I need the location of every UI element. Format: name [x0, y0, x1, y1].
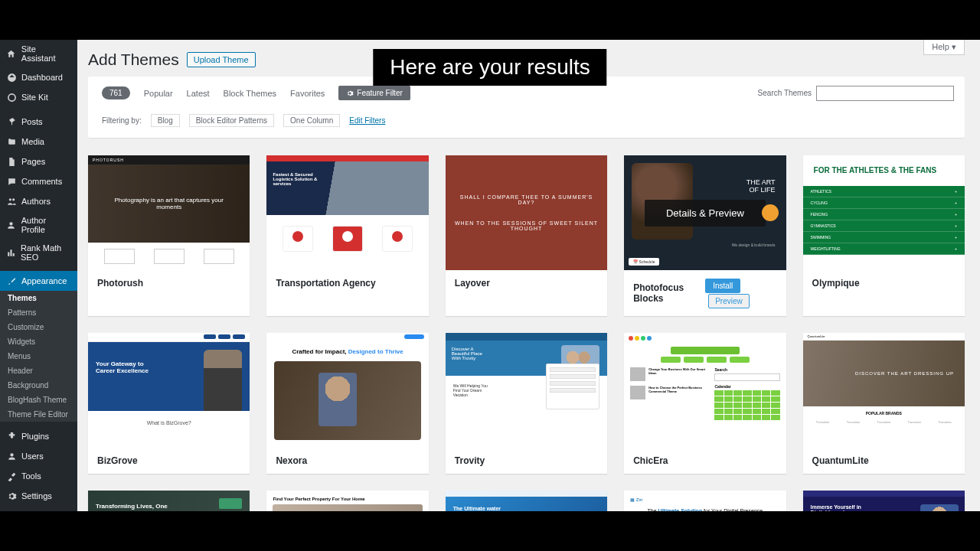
- details-preview-button[interactable]: Details & Preview: [645, 200, 766, 227]
- theme-card-partial-4[interactable]: ▦ Ziri The Ultimate Solution for Your Di…: [624, 491, 786, 511]
- active-filters-row: Filtering by: Blog Block Editor Patterns…: [88, 106, 965, 139]
- page-icon: [6, 156, 17, 167]
- brush-icon: [6, 276, 17, 286]
- nav-label: Settings: [21, 491, 52, 500]
- theme-card-photorush[interactable]: PHOTORUSH Photography is an art that cap…: [88, 155, 250, 316]
- result-count: 761: [102, 86, 130, 99]
- edit-filters-link[interactable]: Edit Filters: [349, 116, 385, 125]
- nav-site-assistant[interactable]: Site Assistant: [0, 40, 77, 67]
- theme-card-layover[interactable]: SHALL I COMPARE THEE TO A SUMMER'S DAY? …: [446, 155, 607, 316]
- theme-thumbnail: SHALL I COMPARE THEE TO A SUMMER'S DAY? …: [446, 155, 607, 270]
- theme-card-chicera[interactable]: Change Your Business With Our Smart Idea…: [624, 333, 786, 474]
- theme-thumbnail: Fastest & Secured Logistics Solution & s…: [266, 155, 428, 270]
- nav-label: Users: [21, 452, 44, 461]
- theme-card-photofocus[interactable]: THE ARTOF LIFE We design & build brands …: [624, 155, 786, 316]
- theme-name: Photorush: [97, 278, 143, 289]
- nav-label: Rank Math SEO: [21, 243, 71, 262]
- theme-card-partial-5[interactable]: Immerse Yourself in Digital Learning: [803, 491, 965, 511]
- plugin-icon: [6, 431, 17, 442]
- home-icon: [6, 48, 17, 59]
- theme-card-trovity[interactable]: Discover A Beautiful Place With Trovity …: [446, 333, 607, 474]
- nav-label: Author Profile: [21, 216, 71, 234]
- nav-media[interactable]: Media: [0, 132, 77, 152]
- search-input[interactable]: [816, 86, 954, 101]
- user-icon: [6, 451, 17, 461]
- upload-theme-button[interactable]: Upload Theme: [187, 52, 256, 67]
- tab-popular[interactable]: Popular: [144, 89, 173, 98]
- theme-card-nexora[interactable]: Crafted for Impact, Designed to Thrive N…: [266, 333, 428, 474]
- nav-rank-math-seo[interactable]: Rank Math SEO: [0, 239, 77, 266]
- submenu-patterns[interactable]: Patterns: [0, 305, 77, 320]
- submenu-themes[interactable]: Themes: [0, 291, 77, 305]
- dashboard-icon: [6, 72, 17, 83]
- theme-thumbnail: The Ultimate water sports experience: [446, 491, 607, 511]
- filter-chip-blog[interactable]: Blog: [151, 114, 180, 127]
- theme-card-transportation[interactable]: Fastest & Secured Logistics Solution & s…: [266, 155, 428, 316]
- theme-card-quantumlite[interactable]: QuantumLite DISCOVER THE ART DRESSING UP…: [803, 333, 965, 474]
- theme-card-partial-2[interactable]: Find Your Perfect Property For Your Home: [266, 491, 428, 511]
- theme-card-olympique[interactable]: FOR THE ATHLETES & THE FANS ATHLETICS+CY…: [803, 155, 965, 316]
- users-icon: [6, 196, 17, 207]
- theme-thumbnail: PHOTORUSH Photography is an art that cap…: [88, 155, 250, 270]
- nav-label: Posts: [21, 117, 43, 126]
- filter-chip-one-column[interactable]: One Column: [283, 114, 340, 127]
- theme-thumbnail: Crafted for Impact, Designed to Thrive: [266, 333, 428, 448]
- theme-card-partial-1[interactable]: Transforming Lives, One Donation at a Ti…: [88, 491, 250, 511]
- tab-block-themes[interactable]: Block Themes: [224, 89, 277, 98]
- filter-chip-block-patterns[interactable]: Block Editor Patterns: [189, 114, 274, 127]
- user-icon: [6, 220, 17, 230]
- chart-icon: [6, 247, 16, 258]
- help-tab[interactable]: Help ▾: [923, 40, 965, 55]
- theme-thumbnail: FOR THE ATHLETES & THE FANS ATHLETICS+CY…: [803, 155, 965, 270]
- nav-label: Dashboard: [21, 73, 63, 82]
- theme-grid: PHOTORUSH Photography is an art that cap…: [88, 155, 965, 511]
- submenu-theme-file-editor[interactable]: Theme File Editor: [0, 407, 77, 422]
- theme-thumbnail: ▦ Ziri The Ultimate Solution for Your Di…: [624, 491, 786, 511]
- submenu-customize[interactable]: Customize: [0, 320, 77, 334]
- nav-pages[interactable]: Pages: [0, 152, 77, 171]
- nav-tools[interactable]: Tools: [0, 466, 77, 486]
- theme-name: Olympique: [812, 278, 860, 289]
- nav-label: Pages: [21, 157, 45, 166]
- nav-dashboard[interactable]: Dashboard: [0, 67, 77, 87]
- page-title: Add Themes: [88, 51, 179, 69]
- main-content: Help ▾ Add Themes Upload Theme 761 Popul…: [77, 40, 980, 511]
- media-icon: [6, 136, 17, 147]
- favorite-icon[interactable]: [762, 204, 779, 221]
- theme-thumbnail: QuantumLite DISCOVER THE ART DRESSING UP…: [803, 333, 965, 448]
- theme-name: BizGrove: [97, 455, 138, 466]
- feature-filter-button[interactable]: Feature Filter: [338, 86, 410, 100]
- pin-icon: [6, 116, 17, 127]
- theme-card-bizgrove[interactable]: Your Gateway to Career Excellence What i…: [88, 333, 250, 474]
- preview-button[interactable]: Preview: [708, 294, 750, 308]
- nav-label: Site Assistant: [21, 44, 71, 63]
- nav-posts[interactable]: Posts: [0, 112, 77, 132]
- nav-label: Site Kit: [21, 93, 48, 102]
- nav-appearance[interactable]: Appearance: [0, 271, 77, 291]
- search-label: Search Themes: [758, 89, 812, 97]
- nav-label: Media: [21, 137, 44, 146]
- nav-plugins[interactable]: Plugins: [0, 426, 77, 446]
- submenu-menus[interactable]: Menus: [0, 349, 77, 364]
- nav-author-profile[interactable]: Author Profile: [0, 211, 77, 239]
- nav-authors[interactable]: Authors: [0, 191, 77, 211]
- tab-latest[interactable]: Latest: [187, 89, 210, 98]
- submenu-header[interactable]: Header: [0, 364, 77, 378]
- sitekit-icon: [6, 92, 17, 103]
- theme-card-partial-3[interactable]: The Ultimate water sports experience: [446, 491, 607, 511]
- submenu-widgets[interactable]: Widgets: [0, 334, 77, 349]
- theme-name: Photofocus Blocks: [633, 282, 705, 304]
- install-button[interactable]: Install: [705, 279, 740, 293]
- nav-label: Tools: [21, 471, 41, 481]
- nav-label: Plugins: [21, 432, 49, 441]
- submenu-background[interactable]: Background: [0, 378, 77, 393]
- nav-settings[interactable]: Settings: [0, 486, 77, 506]
- tab-favorites[interactable]: Favorites: [290, 89, 325, 98]
- nav-users[interactable]: Users: [0, 446, 77, 466]
- theme-thumbnail: Your Gateway to Career Excellence What i…: [88, 333, 250, 448]
- theme-thumbnail: THE ARTOF LIFE We design & build brands …: [624, 155, 786, 270]
- nav-site-kit[interactable]: Site Kit: [0, 87, 77, 107]
- admin-sidebar: Site AssistantDashboardSite KitPostsMedi…: [0, 40, 77, 511]
- nav-comments[interactable]: Comments: [0, 171, 77, 191]
- submenu-bloghash-theme[interactable]: BlogHash Theme: [0, 393, 77, 407]
